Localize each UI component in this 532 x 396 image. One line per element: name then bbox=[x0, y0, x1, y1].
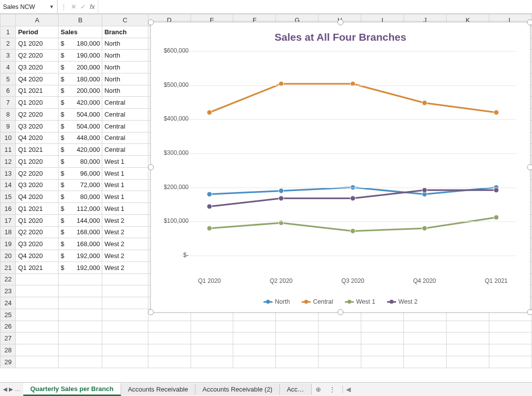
cell[interactable]: West 1 bbox=[102, 179, 148, 191]
row-header[interactable]: 22 bbox=[0, 273, 16, 285]
row-header[interactable]: 15 bbox=[0, 191, 16, 203]
cell[interactable]: Central bbox=[102, 120, 148, 132]
cell[interactable] bbox=[191, 344, 233, 356]
cell[interactable]: Q3 2020 bbox=[16, 238, 59, 250]
cell[interactable]: North bbox=[102, 85, 148, 97]
cell[interactable] bbox=[276, 344, 319, 356]
cell[interactable]: $448,000 bbox=[59, 132, 102, 144]
resize-handle-ne[interactable] bbox=[527, 19, 532, 25]
cell[interactable]: Q1 2020 bbox=[16, 156, 59, 168]
cell[interactable] bbox=[489, 332, 532, 344]
cell[interactable] bbox=[361, 356, 404, 368]
chart-object[interactable]: Sales at All Four Branches North Central… bbox=[150, 22, 531, 313]
cell[interactable] bbox=[59, 273, 102, 285]
cell[interactable]: Q3 2020 bbox=[16, 179, 59, 191]
row-header[interactable]: 20 bbox=[0, 250, 16, 262]
cell[interactable] bbox=[102, 297, 148, 309]
legend-item-central[interactable]: Central bbox=[302, 298, 333, 305]
cell[interactable]: North bbox=[102, 62, 148, 73]
cell[interactable] bbox=[102, 273, 148, 285]
cancel-icon[interactable]: ✕ bbox=[71, 3, 76, 10]
cell[interactable] bbox=[361, 321, 404, 332]
cell[interactable] bbox=[102, 309, 148, 321]
tab-prev-icon[interactable]: ◀ bbox=[3, 386, 7, 393]
cell[interactable] bbox=[102, 344, 148, 356]
cell[interactable]: West 2 bbox=[102, 238, 148, 250]
cell[interactable] bbox=[191, 356, 233, 368]
cell[interactable]: North bbox=[102, 73, 148, 85]
cell[interactable]: $168,000 bbox=[59, 238, 102, 250]
cell[interactable]: $180,000 bbox=[59, 73, 102, 85]
cell[interactable] bbox=[319, 344, 361, 356]
cell[interactable] bbox=[59, 321, 102, 332]
cell[interactable]: West 2 bbox=[102, 214, 148, 226]
cell[interactable]: $192,000 bbox=[59, 262, 102, 273]
cell[interactable]: $420,000 bbox=[59, 97, 102, 109]
cell[interactable]: Q2 2020 bbox=[16, 167, 59, 179]
cell[interactable] bbox=[276, 321, 319, 332]
row-header[interactable]: 17 bbox=[0, 214, 16, 226]
cell[interactable] bbox=[404, 321, 447, 332]
legend-item-north[interactable]: North bbox=[264, 298, 290, 305]
row-header[interactable]: 23 bbox=[0, 285, 16, 297]
cell[interactable] bbox=[447, 356, 489, 368]
cell[interactable]: Q4 2020 bbox=[16, 132, 59, 144]
sheet-tab-quarterly-sales[interactable]: Quarterly Sales per Branch bbox=[23, 383, 121, 396]
cell[interactable]: West 1 bbox=[102, 156, 148, 168]
resize-handle-e[interactable] bbox=[527, 164, 532, 170]
cell[interactable] bbox=[233, 356, 276, 368]
cell[interactable]: $504,000 bbox=[59, 109, 102, 121]
cell[interactable] bbox=[102, 356, 148, 368]
cell[interactable]: $192,000 bbox=[59, 250, 102, 262]
series-west 2[interactable] bbox=[207, 188, 499, 209]
resize-handle-sw[interactable] bbox=[148, 309, 154, 315]
cell[interactable]: Central bbox=[102, 132, 148, 144]
cell[interactable]: Q1 2021 bbox=[16, 85, 59, 97]
name-box[interactable]: Sales NCW ▼ bbox=[0, 0, 58, 13]
cell[interactable]: Q1 2021 bbox=[16, 144, 59, 156]
series-west 1[interactable] bbox=[207, 215, 499, 233]
row-header[interactable]: 19 bbox=[0, 238, 16, 250]
fx-icon[interactable]: fx bbox=[90, 3, 95, 10]
new-sheet-icon[interactable]: ⊕ bbox=[312, 386, 325, 393]
cell[interactable]: West 1 bbox=[102, 167, 148, 179]
cell[interactable]: $72,000 bbox=[59, 179, 102, 191]
cell[interactable]: North bbox=[102, 38, 148, 50]
cell[interactable]: Central bbox=[102, 109, 148, 121]
cell[interactable] bbox=[319, 321, 361, 332]
commit-icon[interactable]: ✓ bbox=[80, 3, 86, 10]
cell[interactable] bbox=[233, 332, 276, 344]
resize-handle-nw[interactable] bbox=[148, 19, 154, 25]
cell[interactable] bbox=[319, 332, 361, 344]
cell[interactable] bbox=[233, 344, 276, 356]
row-header[interactable]: 25 bbox=[0, 309, 16, 321]
cell[interactable] bbox=[148, 356, 191, 368]
cell[interactable]: $112,000 bbox=[59, 203, 102, 215]
row-header[interactable]: 5 bbox=[0, 73, 16, 85]
cell[interactable] bbox=[447, 332, 489, 344]
cell[interactable] bbox=[59, 356, 102, 368]
sheet-tab-accounts-receivable-2[interactable]: Accounts Receivable (2) bbox=[196, 384, 280, 395]
formula-input[interactable] bbox=[98, 0, 532, 13]
cell[interactable]: Q1 2021 bbox=[16, 203, 59, 215]
cell[interactable] bbox=[102, 332, 148, 344]
row-header[interactable]: 18 bbox=[0, 226, 16, 238]
legend-item-west2[interactable]: West 2 bbox=[387, 298, 418, 305]
cell[interactable] bbox=[16, 321, 59, 332]
cell[interactable] bbox=[191, 332, 233, 344]
row-header[interactable]: 12 bbox=[0, 156, 16, 168]
cell[interactable]: $420,000 bbox=[59, 144, 102, 156]
cell[interactable]: Branch bbox=[102, 26, 148, 38]
sheet-tab-acc[interactable]: Acc… bbox=[280, 384, 312, 395]
cell[interactable] bbox=[148, 332, 191, 344]
resize-handle-n[interactable] bbox=[337, 19, 343, 25]
cell[interactable] bbox=[319, 356, 361, 368]
cell[interactable] bbox=[59, 332, 102, 344]
row-header[interactable]: 24 bbox=[0, 297, 16, 309]
legend-item-west1[interactable]: West 1 bbox=[345, 298, 376, 305]
cell[interactable] bbox=[276, 356, 319, 368]
row-header[interactable]: 8 bbox=[0, 109, 16, 121]
row-header[interactable]: 11 bbox=[0, 144, 16, 156]
resize-handle-s[interactable] bbox=[337, 309, 343, 315]
row-header[interactable]: 7 bbox=[0, 97, 16, 109]
